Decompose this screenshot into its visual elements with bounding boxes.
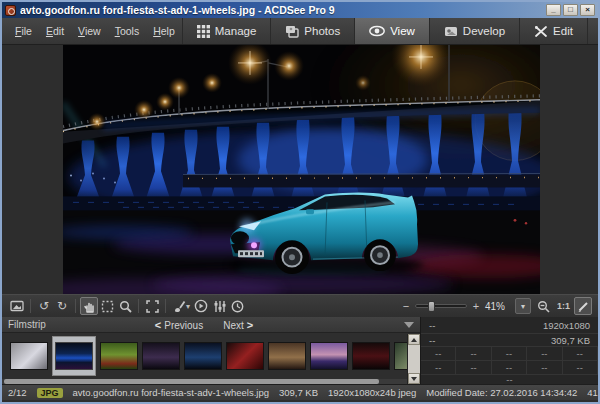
toolbar-separator (30, 299, 31, 313)
info-row-filesize: -- 309,7 KB (421, 334, 598, 347)
chevron-left-icon: < (155, 319, 161, 331)
filmstrip-hscrollbar[interactable] (2, 379, 420, 384)
grid-icon (197, 25, 210, 38)
filmstrip-dropdown-icon[interactable] (404, 322, 414, 328)
next-label: Next (223, 320, 244, 331)
vscrollbar-track[interactable] (408, 345, 420, 373)
thumbnail-green-scene-red-car[interactable] (100, 342, 138, 370)
chevron-right-icon: > (247, 319, 253, 331)
thumbnail-silver-car[interactable] (10, 342, 48, 370)
mode-tabs: Manage Photos View Develop Edit 365 365 (182, 18, 600, 44)
image-position: 2/12 (8, 387, 27, 398)
thumbnail-dark-red-sign[interactable] (352, 342, 390, 370)
thumbnail-tan-portrait[interactable] (268, 342, 306, 370)
thumbnail-red-black-car[interactable] (226, 342, 264, 370)
menu-view[interactable]: View (71, 22, 108, 40)
fit-image-icon[interactable] (143, 297, 161, 315)
tab-manage[interactable]: Manage (182, 18, 271, 44)
tab-develop-label: Develop (463, 25, 505, 37)
arrow-down-icon (411, 377, 417, 381)
close-button[interactable]: × (580, 4, 595, 16)
next-button[interactable]: Next> (220, 319, 253, 331)
maximize-button[interactable]: □ (563, 4, 578, 16)
eye-icon (369, 25, 385, 37)
previous-button[interactable]: <Previous (155, 319, 206, 331)
info-panel: -- 1920x1080 -- 309,7 KB -- -- -- -- -- … (420, 317, 598, 384)
info-cell: -- (563, 347, 598, 361)
tab-photos-label: Photos (304, 25, 340, 37)
photos-icon (285, 25, 299, 38)
info-cell: -- (527, 347, 562, 361)
info-cell: -- (492, 361, 527, 375)
zoom-controls: − + 41% ▾ 1:1 (401, 297, 592, 315)
filmstrip-vscrollbar[interactable] (407, 334, 420, 384)
zoom-lock-pencil-icon[interactable] (574, 297, 592, 315)
zoom-slider-handle[interactable] (428, 301, 435, 312)
tab-edit[interactable]: Edit (519, 18, 587, 44)
tab-photos[interactable]: Photos (270, 18, 354, 44)
status-modified-date: Modified Date: 27.02.2016 14:34:42 (426, 387, 577, 398)
tab-edit-label: Edit (553, 25, 573, 37)
info-grid: -- -- -- -- -- -- -- -- -- -- (421, 347, 598, 375)
toolbar-separator (165, 299, 166, 313)
info-cell: -- (456, 347, 491, 361)
info-cell: -- (421, 361, 456, 375)
view-mode-icon[interactable] (8, 297, 26, 315)
develop-icon (444, 25, 458, 38)
thumbnail-sunset-city-water[interactable] (310, 342, 348, 370)
rotate-left-icon[interactable]: ↺ (35, 297, 53, 315)
thumbnail-strip (2, 333, 420, 379)
image-filesize: 309,7 KB (551, 335, 590, 346)
toolbar-separator (75, 299, 76, 313)
minimize-button[interactable]: _ (546, 4, 561, 16)
tab-365[interactable]: 365 365 (587, 18, 600, 44)
info-placeholder: -- (429, 320, 435, 331)
image-viewer[interactable] (2, 45, 598, 294)
tab-develop[interactable]: Develop (429, 18, 519, 44)
info-cell: -- (563, 361, 598, 375)
menu-help[interactable]: Help (146, 22, 182, 40)
zoom-tool-icon[interactable] (116, 297, 134, 315)
status-filename: avto.goodfon.ru ford-fiesta-st-adv-1-whe… (73, 387, 269, 398)
status-bar: 2/12 JPG avto.goodfon.ru ford-fiesta-st-… (2, 384, 598, 400)
zoom-out-button[interactable]: − (401, 300, 411, 312)
actual-size-button[interactable]: 1:1 (557, 301, 570, 311)
selected-thumbnail-frame[interactable] (52, 336, 96, 376)
pan-hand-icon[interactable] (80, 297, 98, 315)
info-row-dimensions: -- 1920x1080 (421, 317, 598, 334)
scroll-up-button[interactable] (408, 334, 420, 345)
thumbnail-dark-blue-car[interactable] (184, 342, 222, 370)
photo-ford-fiesta-night-bridge (63, 45, 540, 294)
zoom-in-button[interactable]: + (471, 300, 481, 312)
filmstrip-panel: Filmstrip <Previous Next> (2, 317, 420, 384)
menu-bar: File Edit View Tools Help Manage Photos … (2, 18, 598, 45)
hscrollbar-thumb[interactable] (4, 379, 379, 384)
info-cell: -- (456, 361, 491, 375)
zoom-slider[interactable] (415, 304, 467, 308)
rotate-right-icon[interactable]: ↻ (53, 297, 71, 315)
zoom-dropdown-button[interactable]: ▾ (515, 298, 531, 314)
scroll-down-button[interactable] (408, 373, 420, 384)
menu-file[interactable]: File (8, 22, 39, 40)
bottom-panels: Filmstrip <Previous Next> -- 1920x1080 (2, 317, 598, 384)
select-marquee-icon[interactable] (98, 297, 116, 315)
menu-tools[interactable]: Tools (108, 22, 147, 40)
zoom-percentage: 41% (485, 301, 511, 312)
image-dimensions: 1920x1080 (543, 320, 590, 331)
thumbnail-blue-night-car-selected[interactable] (55, 342, 93, 370)
info-bottom-cell: -- (421, 375, 598, 384)
thumbnail-dark-purple-car[interactable] (142, 342, 180, 370)
info-cell: -- (492, 347, 527, 361)
tab-view-label: View (390, 25, 415, 37)
format-badge: JPG (37, 388, 63, 398)
zoom-fit-icon[interactable] (535, 297, 553, 315)
menu-edit[interactable]: Edit (39, 22, 71, 40)
brush-dropdown-caret[interactable]: ▾ (186, 302, 190, 311)
slideshow-play-icon[interactable] (192, 297, 210, 315)
filmstrip-header: Filmstrip <Previous Next> (2, 317, 420, 333)
develop-sliders-icon[interactable] (210, 297, 228, 315)
filmstrip-title: Filmstrip (8, 319, 46, 330)
tab-view[interactable]: View (354, 18, 429, 44)
clock-history-icon[interactable] (228, 297, 246, 315)
app-icon (5, 5, 16, 16)
